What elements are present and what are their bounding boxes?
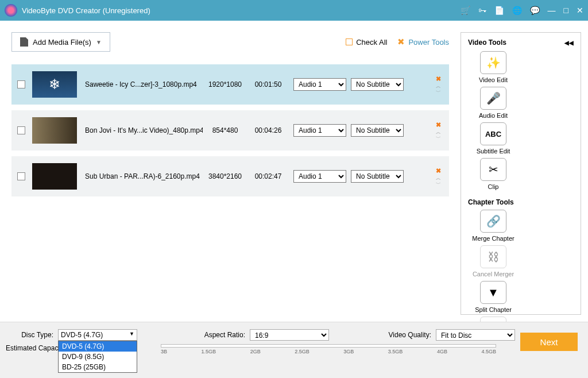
check-all-label: Check All (356, 38, 387, 47)
file-row[interactable]: Saweetie - Icy C...zer]-3_1080p.mp4 1920… (11, 64, 449, 105)
capacity-tick: 4.5GB (481, 349, 496, 354)
move-up-icon[interactable]: ︿ (436, 84, 441, 88)
disc-type-dropdown: DVD-5 (4.7G) DVD-9 (8.5G) BD-25 (25GB) (58, 341, 137, 373)
resolution: 1920*1080 (203, 80, 247, 88)
remove-icon[interactable]: ✖ (436, 75, 441, 83)
tool-label: Split Chapter (475, 306, 512, 313)
tool-clip[interactable]: ✂Clip (467, 158, 520, 190)
duration: 00:02:47 (247, 172, 289, 180)
capacity-tick: 3.5GB (388, 349, 403, 354)
capacity-tick: 2.5GB (295, 349, 310, 354)
file-row[interactable]: Sub Urban - PAR...RA)-6_2160p.mp4 3840*2… (11, 156, 449, 196)
video-thumbnail[interactable] (32, 163, 77, 190)
check-all-toggle[interactable]: Check All (346, 38, 387, 47)
collapse-icon[interactable]: ◀◀ (564, 40, 574, 46)
remove-icon[interactable]: ✖ (436, 121, 441, 129)
tool-cancel-merger: ⛓Cancel Merger (467, 245, 520, 277)
next-button[interactable]: Next (520, 333, 578, 351)
subtitle-select[interactable]: No Subtitle (351, 124, 404, 137)
tool-audio-edit[interactable]: 🎤Audio Edit (467, 87, 520, 119)
move-up-icon[interactable]: ︿ (436, 130, 441, 134)
video-tools-title: Video Tools (468, 38, 506, 47)
disc-option[interactable]: DVD-5 (4.7G) (59, 341, 137, 352)
tool-label: Video Edit (479, 76, 508, 83)
disc-type-select[interactable]: DVD-5 (4.7G)▼ (58, 329, 137, 341)
tool-icon: ▼ (480, 281, 506, 304)
dropdown-caret-icon: ▼ (96, 39, 102, 45)
move-up-icon[interactable]: ︿ (436, 176, 441, 180)
document-icon[interactable]: 📄 (494, 6, 504, 15)
resolution: 854*480 (203, 126, 247, 134)
tool-icon: ✨ (480, 51, 506, 74)
maximize-icon[interactable]: □ (564, 6, 568, 15)
wrench-icon: ✖ (397, 37, 405, 47)
tool-label: Clip (488, 183, 499, 190)
audio-select[interactable]: Audio 1 (293, 170, 346, 183)
resolution: 3840*2160 (203, 172, 247, 180)
video-quality-select[interactable]: Fit to Disc (436, 329, 515, 341)
tool-label: Audio Edit (479, 112, 508, 119)
key-icon[interactable]: 🗝 (478, 6, 486, 15)
video-quality-label: Video Quality: (357, 331, 431, 339)
row-checkbox[interactable] (17, 172, 25, 180)
minimize-icon[interactable]: — (548, 6, 556, 15)
remove-icon[interactable]: ✖ (436, 167, 441, 175)
close-icon[interactable]: ✕ (577, 6, 583, 15)
cart-icon[interactable]: 🛒 (461, 6, 470, 15)
tool-icon: ✂ (480, 158, 506, 181)
tool-icon: ⛓ (480, 245, 506, 268)
add-media-button[interactable]: Add Media File(s) ▼ (11, 32, 110, 52)
feedback-icon[interactable]: 💬 (530, 6, 540, 15)
tool-label: Subtitle Edit (477, 148, 510, 155)
tool-label: Merge Chapter (472, 235, 514, 242)
disc-option[interactable]: BD-25 (25GB) (59, 362, 137, 372)
subtitle-select[interactable]: No Subtitle (351, 78, 404, 91)
tool-icon: 🔗 (480, 210, 506, 233)
window-title: VideoByte DVD Creator (Unregistered) (22, 6, 461, 15)
row-checkbox[interactable] (17, 80, 25, 88)
tool-subtitle-edit[interactable]: ABCSubtitle Edit (467, 122, 520, 155)
chapter-tools-title: Chapter Tools (465, 195, 577, 210)
file-row[interactable]: Bon Jovi - It's My...ic Video)_480p.mp4 … (11, 110, 449, 151)
audio-select[interactable]: Audio 1 (293, 124, 346, 137)
file-name: Bon Jovi - It's My...ic Video)_480p.mp4 (85, 126, 203, 134)
disc-type-label: Disc Type: (10, 331, 53, 339)
aspect-ratio-label: Aspect Ratio: (171, 331, 245, 339)
checkbox-icon (346, 38, 353, 45)
file-name: Sub Urban - PAR...RA)-6_2160p.mp4 (85, 172, 203, 180)
capacity-tick: 1.5GB (202, 349, 216, 354)
duration: 00:04:26 (247, 126, 289, 134)
power-tools-label: Power Tools (408, 38, 449, 47)
add-media-label: Add Media File(s) (33, 38, 91, 47)
capacity-tick: 3GB (343, 349, 354, 354)
power-tools-button[interactable]: ✖ Power Tools (397, 37, 449, 47)
video-thumbnail[interactable] (32, 71, 77, 98)
move-down-icon[interactable]: ﹀ (436, 90, 441, 94)
row-checkbox[interactable] (17, 126, 25, 134)
file-icon (20, 37, 28, 47)
tool-icon: ABC (480, 122, 506, 145)
move-down-icon[interactable]: ﹀ (436, 136, 441, 140)
app-logo-icon (5, 4, 17, 17)
tool-split-chapter[interactable]: ▼Split Chapter (467, 281, 520, 313)
capacity-tick: 4GB (437, 349, 447, 354)
duration: 00:01:50 (247, 80, 289, 88)
audio-select[interactable]: Audio 1 (293, 78, 346, 91)
move-down-icon[interactable]: ﹀ (436, 182, 441, 186)
tool-icon: 🎤 (480, 87, 506, 110)
video-thumbnail[interactable] (32, 117, 77, 144)
tool-merge-chapter[interactable]: 🔗Merge Chapter (467, 210, 520, 242)
file-list: Saweetie - Icy C...zer]-3_1080p.mp4 1920… (11, 64, 449, 196)
tool-video-edit[interactable]: ✨Video Edit (467, 51, 520, 83)
aspect-ratio-select[interactable]: 16:9 (250, 329, 329, 341)
tool-label: Cancel Merger (473, 271, 514, 277)
subtitle-select[interactable]: No Subtitle (351, 170, 404, 183)
file-name: Saweetie - Icy C...zer]-3_1080p.mp4 (85, 80, 203, 88)
capacity-tick: 2GB (250, 349, 261, 354)
disc-option[interactable]: DVD-9 (8.5G) (59, 352, 137, 362)
capacity-bar (161, 344, 496, 348)
globe-icon[interactable]: 🌐 (512, 6, 522, 15)
capacity-tick: 3B (161, 349, 167, 354)
